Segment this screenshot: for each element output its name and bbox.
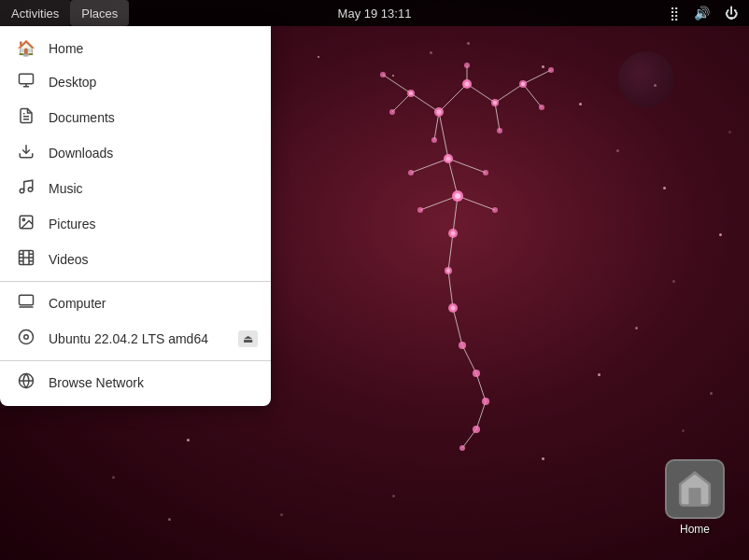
- svg-point-38: [539, 105, 544, 110]
- documents-menu-icon: [17, 107, 35, 128]
- menu-separator-2: [0, 360, 271, 361]
- svg-point-82: [24, 335, 29, 340]
- svg-point-55: [408, 170, 414, 175]
- menu-item-desktop-label: Desktop: [49, 75, 96, 90]
- svg-line-24: [458, 196, 495, 210]
- menu-item-home[interactable]: 🏠 Home: [0, 32, 271, 64]
- volume-icon[interactable]: 🔊: [690, 6, 714, 21]
- svg-point-39: [464, 63, 470, 68]
- topbar-right: ⣿ 🔊 ⏻: [666, 6, 749, 21]
- svg-point-58: [492, 207, 498, 213]
- network-icon[interactable]: ⣿: [666, 6, 683, 21]
- svg-line-21: [411, 159, 448, 173]
- svg-point-36: [389, 109, 395, 115]
- network-browse-menu-icon: [17, 372, 35, 393]
- svg-line-17: [462, 345, 476, 373]
- svg-point-41: [446, 157, 451, 161]
- svg-line-5: [495, 103, 500, 131]
- svg-line-18: [476, 373, 486, 401]
- svg-point-49: [451, 306, 456, 311]
- svg-line-9: [523, 70, 551, 84]
- svg-line-23: [420, 196, 458, 210]
- svg-point-57: [417, 207, 423, 213]
- ubuntu-drive-menu-icon: [17, 329, 35, 349]
- menu-item-documents-label: Documents: [49, 110, 115, 125]
- svg-rect-79: [20, 295, 34, 305]
- menu-item-browse-network[interactable]: Browse Network: [0, 365, 271, 400]
- menu-item-music[interactable]: Music: [0, 171, 271, 206]
- desktop-home-label: Home: [680, 523, 710, 536]
- svg-line-14: [448, 233, 453, 271]
- computer-menu-icon: [17, 293, 35, 314]
- svg-line-16: [453, 308, 462, 345]
- home-icon-box: [665, 459, 725, 519]
- menu-item-downloads[interactable]: Downloads: [0, 135, 271, 171]
- topbar: Activities Places May 19 13:11 ⣿ 🔊 ⏻: [0, 0, 749, 26]
- menu-item-desktop[interactable]: Desktop: [0, 64, 271, 100]
- places-button[interactable]: Places: [70, 0, 129, 26]
- home-menu-icon: 🏠: [17, 39, 35, 57]
- menu-item-home-label: Home: [49, 41, 83, 56]
- svg-line-12: [448, 159, 458, 196]
- desktop: Activities Places May 19 13:11 ⣿ 🔊 ⏻ 🏠 H…: [0, 0, 749, 560]
- music-menu-icon: [17, 178, 35, 199]
- menu-item-videos-label: Videos: [49, 252, 89, 267]
- videos-menu-icon: [17, 249, 35, 270]
- svg-point-54: [459, 445, 465, 451]
- svg-point-32: [493, 101, 497, 105]
- svg-point-53: [473, 426, 480, 433]
- svg-line-13: [453, 196, 458, 233]
- svg-point-37: [548, 67, 554, 73]
- svg-point-60: [497, 128, 502, 133]
- menu-item-pictures[interactable]: Pictures: [0, 206, 271, 242]
- svg-point-45: [451, 231, 456, 236]
- menu-item-pictures-label: Pictures: [49, 217, 96, 231]
- eject-button[interactable]: ⏏: [238, 330, 258, 347]
- svg-point-34: [521, 82, 525, 86]
- svg-point-81: [20, 330, 34, 344]
- power-icon[interactable]: ⏻: [721, 6, 742, 21]
- menu-item-ubuntu-drive[interactable]: Ubuntu 22.04.2 LTS amd64 ⏏: [0, 321, 271, 357]
- svg-point-56: [483, 170, 488, 175]
- menu-separator-1: [0, 281, 271, 282]
- svg-point-35: [380, 72, 386, 77]
- svg-point-67: [20, 189, 24, 193]
- svg-rect-61: [20, 74, 34, 84]
- menu-item-computer-label: Computer: [49, 296, 106, 311]
- svg-line-19: [476, 401, 486, 429]
- svg-point-70: [22, 218, 24, 220]
- svg-point-59: [431, 137, 437, 143]
- menu-item-computer[interactable]: Computer: [0, 286, 271, 321]
- svg-point-43: [455, 193, 460, 199]
- constellation-svg: [261, 28, 672, 495]
- pictures-menu-icon: [17, 214, 35, 234]
- topbar-left: Activities Places: [0, 0, 129, 26]
- places-menu: 🏠 Home Desktop Documents Downloads Mu: [0, 26, 271, 406]
- svg-line-3: [467, 84, 495, 103]
- desktop-home-icon[interactable]: Home: [659, 454, 730, 541]
- svg-line-8: [392, 93, 411, 112]
- menu-item-videos[interactable]: Videos: [0, 242, 271, 277]
- desktop-menu-icon: [17, 72, 35, 92]
- svg-point-28: [437, 110, 442, 115]
- activities-button[interactable]: Activities: [0, 0, 70, 26]
- svg-point-50: [459, 342, 466, 349]
- svg-point-52: [482, 398, 489, 405]
- menu-item-music-label: Music: [49, 181, 83, 196]
- menu-item-ubuntu-drive-label: Ubuntu 22.04.2 LTS amd64: [49, 331, 208, 346]
- svg-point-26: [465, 82, 470, 87]
- topbar-datetime: May 19 13:11: [338, 7, 412, 21]
- svg-line-7: [383, 75, 411, 93]
- svg-line-1: [411, 93, 439, 112]
- menu-item-browse-network-label: Browse Network: [49, 375, 144, 390]
- svg-line-10: [523, 84, 542, 107]
- svg-line-0: [439, 84, 467, 112]
- menu-item-documents[interactable]: Documents: [0, 100, 271, 135]
- svg-point-47: [446, 269, 450, 273]
- downloads-menu-icon: [17, 143, 35, 163]
- svg-point-68: [28, 188, 33, 192]
- svg-line-11: [439, 112, 448, 159]
- svg-line-22: [448, 159, 486, 173]
- menu-item-downloads-label: Downloads: [49, 146, 113, 161]
- svg-point-51: [473, 370, 480, 377]
